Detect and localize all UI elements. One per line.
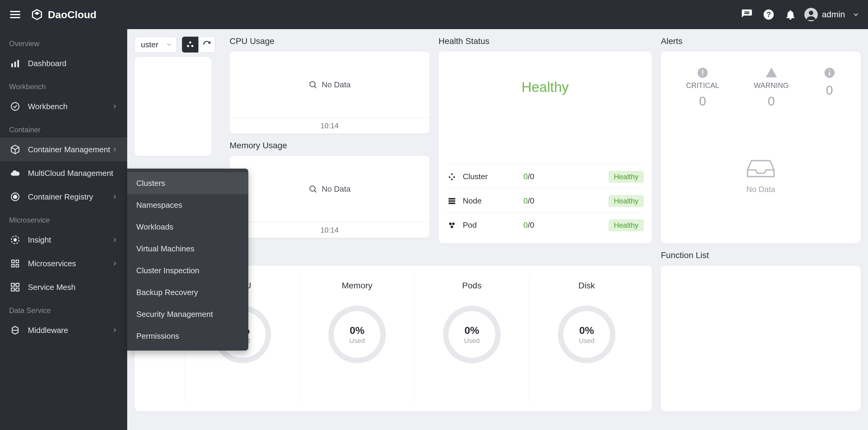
submenu-label: Security Management <box>136 310 213 319</box>
svg-point-41 <box>451 225 454 228</box>
svg-rect-7 <box>11 63 13 67</box>
health-badge: Healthy <box>609 171 644 183</box>
user-menu[interactable]: admin <box>804 8 860 21</box>
middleware-icon <box>9 324 21 336</box>
nav-registry[interactable]: Container Registry <box>0 185 127 209</box>
nav-label: Service Mesh <box>28 283 76 292</box>
gauge-used: Used <box>464 337 479 345</box>
health-count: 0/0 <box>523 172 609 181</box>
svg-point-34 <box>454 176 455 178</box>
no-data-text: No Data <box>322 80 350 89</box>
resource-disk: Disk 0% Used <box>529 274 644 403</box>
svg-point-14 <box>13 195 17 198</box>
alerts-card: CRITICAL 0 WARNING 0 0 <box>661 52 861 243</box>
cluster-icon <box>446 171 457 182</box>
alerts-empty-text: No Data <box>746 185 775 194</box>
svg-rect-43 <box>702 70 703 74</box>
submenu-backup[interactable]: Backup Recovery <box>127 281 248 303</box>
svg-rect-36 <box>448 198 456 200</box>
overview-mini-card <box>134 57 211 156</box>
toggle-refresh-button[interactable] <box>199 37 215 53</box>
nav-insight[interactable]: Insight <box>0 228 127 252</box>
notifications-icon[interactable] <box>783 7 798 23</box>
no-data-text: No Data <box>322 184 350 194</box>
container-icon <box>9 143 21 155</box>
brand-logo[interactable]: DaoCloud <box>30 8 97 21</box>
nav-service-mesh[interactable]: Service Mesh <box>0 275 127 299</box>
function-list-card <box>661 266 861 411</box>
svg-point-16 <box>14 239 17 241</box>
svg-point-25 <box>189 41 191 44</box>
submenu-workloads[interactable]: Workloads <box>127 216 248 238</box>
svg-point-26 <box>187 45 189 47</box>
section-data-service: Data Service <box>0 299 127 318</box>
registry-icon <box>9 191 21 203</box>
submenu-permissions[interactable]: Permissions <box>127 325 248 347</box>
memory-gauge: 0% Used <box>328 306 386 363</box>
search-icon <box>308 80 317 89</box>
health-status-value: Healthy <box>446 58 644 113</box>
submenu-security[interactable]: Security Management <box>127 303 248 325</box>
nav-workbench[interactable]: Workbench <box>0 95 127 118</box>
submenu-label: Backup Recovery <box>136 288 198 297</box>
critical-icon <box>696 67 709 79</box>
search-icon <box>308 184 317 194</box>
nav-middleware[interactable]: Middleware <box>0 318 127 342</box>
health-label: Cluster <box>463 172 523 181</box>
svg-line-31 <box>315 191 316 193</box>
chevron-down-icon <box>166 41 172 48</box>
svg-rect-38 <box>448 203 456 204</box>
resource-pods: Pods 0% Used <box>414 274 529 403</box>
disk-gauge: 0% Used <box>558 306 615 363</box>
health-status-card: Healthy Cluster 0/0 Healthy Node 0/0 Hea… <box>438 52 652 243</box>
chevron-right-icon <box>112 260 118 267</box>
chevron-right-icon <box>112 103 118 110</box>
mesh-icon <box>9 281 21 293</box>
submenu-label: Virtual Machines <box>136 244 194 254</box>
memory-usage-card: No Data 10:14 <box>229 156 430 238</box>
health-row-pod: Pod 0/0 Healthy <box>446 213 644 237</box>
health-badge: Healthy <box>609 219 644 231</box>
workbench-icon <box>9 101 21 113</box>
section-workbench: Workbench <box>0 75 127 95</box>
svg-point-28 <box>310 82 315 87</box>
nav-label: MultiCloud Management <box>28 169 113 178</box>
alerts-title: Alerts <box>661 29 861 52</box>
hamburger-menu-button[interactable] <box>8 8 22 21</box>
submenu-namespaces[interactable]: Namespaces <box>127 194 248 216</box>
submenu-cluster-inspection[interactable]: Cluster Inspection <box>127 260 248 281</box>
warning-icon <box>765 67 777 79</box>
svg-rect-19 <box>11 288 14 291</box>
cluster-selector[interactable]: uster <box>134 36 177 53</box>
section-microservice: Microservice <box>0 209 127 228</box>
svg-point-6 <box>809 10 813 15</box>
messages-icon[interactable] <box>739 7 755 23</box>
nav-label: Workbench <box>28 102 67 111</box>
nav-multicloud[interactable]: MultiCloud Management <box>0 161 127 185</box>
chevron-right-icon <box>112 327 118 334</box>
health-count: 0/0 <box>523 221 609 230</box>
section-overview: Overview <box>0 32 127 52</box>
cpu-time-axis: 10:14 <box>229 118 430 134</box>
nav-microservices[interactable]: Microservices <box>0 252 127 275</box>
submenu-clusters[interactable]: Clusters <box>127 172 248 194</box>
cpu-usage-title: CPU Usage <box>229 29 430 52</box>
app-header: DaoCloud ? admin <box>0 0 868 29</box>
info-icon <box>824 67 836 79</box>
submenu-label: Namespaces <box>136 200 182 210</box>
nav-dashboard[interactable]: Dashboard <box>0 52 127 75</box>
nav-container-management[interactable]: Container Management <box>0 138 127 161</box>
toggle-overview-button[interactable] <box>182 37 198 53</box>
gauge-used: Used <box>579 337 594 345</box>
svg-rect-37 <box>448 200 456 202</box>
node-icon <box>446 196 457 206</box>
submenu-label: Permissions <box>136 332 179 341</box>
gauge-used: Used <box>349 337 365 345</box>
health-status-title: Health Status <box>438 29 652 52</box>
nav-label: Dashboard <box>28 59 66 68</box>
pods-gauge: 0% Used <box>443 306 501 363</box>
help-icon[interactable]: ? <box>761 7 777 23</box>
submenu-vms[interactable]: Virtual Machines <box>127 238 248 260</box>
inbox-icon <box>744 158 777 179</box>
svg-point-33 <box>449 176 451 178</box>
